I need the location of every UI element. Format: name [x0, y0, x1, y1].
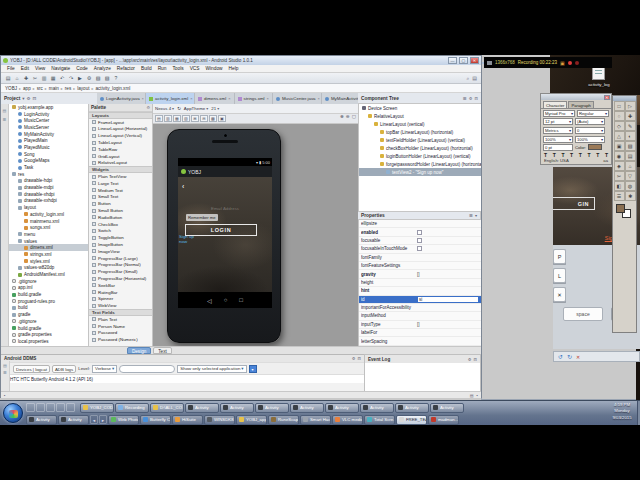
project-tree-item[interactable]: GoogleMaps [9, 158, 88, 165]
tab-character[interactable]: Character [543, 101, 567, 108]
project-stripe-icon[interactable]: ▤ [3, 108, 7, 113]
taskbar-window-button[interactable]: Activity [185, 403, 219, 413]
close-button[interactable]: ✕ [470, 57, 479, 64]
nav-back-icon[interactable]: ◁ [207, 297, 212, 304]
taskbar-window-button[interactable]: Activity [58, 415, 89, 425]
palette-item[interactable]: Small Text [89, 194, 152, 201]
toolbar-icon[interactable]: ✂ [31, 74, 39, 82]
tool-icon[interactable]: ☰ [614, 191, 625, 201]
component-tree-item[interactable]: Device Screen [359, 104, 481, 112]
project-tree-item[interactable]: menu [9, 231, 88, 238]
filter-config-button[interactable]: ▾ [249, 365, 257, 373]
font-style-select[interactable]: Regular▾ [577, 110, 609, 117]
taskbar-window-button[interactable]: FREE_TEAM... [396, 415, 427, 425]
toolbar-icon[interactable]: ⚙ [85, 74, 93, 82]
project-tree-item[interactable]: values [9, 238, 88, 245]
property-row[interactable]: id si si [359, 296, 481, 304]
structure-stripe-icon[interactable]: ☰ [3, 117, 7, 122]
record-icon[interactable] [568, 61, 572, 65]
project-tree-item[interactable]: styles.xml [9, 258, 88, 265]
remember-me-checkbox[interactable]: Remember me [186, 214, 218, 221]
tool-icon[interactable]: ✎ [625, 121, 636, 131]
palette-item[interactable]: Spinner [89, 296, 152, 303]
signup-link-text[interactable]: Sign up now [179, 234, 201, 245]
type-style-button[interactable]: T [570, 152, 573, 158]
breadcrumb-item[interactable]: app▸ [23, 86, 37, 91]
tool-icon[interactable]: ▽ [625, 171, 636, 181]
component-tree-item[interactable]: LinearLayout (vertical) [359, 120, 481, 128]
menu-item[interactable]: Refactor [114, 66, 138, 71]
toolbar-icon[interactable]: ↶ [58, 74, 66, 82]
tool-icon[interactable]: □ [614, 101, 625, 111]
palette-item[interactable]: TableLayout [89, 139, 152, 146]
settings-icon[interactable]: ⚙ [469, 96, 473, 101]
palette-item[interactable]: RelativeLayout [89, 160, 152, 167]
tool-icon[interactable]: ▷ [625, 101, 636, 111]
property-row[interactable]: fontFamily [359, 254, 481, 262]
palette-item[interactable]: RatingBar [89, 289, 152, 296]
palette-item[interactable]: LinearLayout (Vertical) [89, 132, 152, 139]
editor-tab[interactable]: MusicCenter.java× [273, 93, 322, 104]
property-row[interactable]: height [359, 279, 481, 287]
breadcrumb-item[interactable]: res▸ [65, 86, 77, 91]
anti-alias-select[interactable]: aa [603, 158, 608, 163]
sort-icon[interactable]: ☰ [469, 213, 473, 218]
device-select[interactable]: Nexus 4▾ [155, 106, 174, 111]
hide-icon[interactable]: ⊟ [357, 356, 361, 361]
search-icon[interactable]: ⌕ [466, 75, 469, 82]
menu-item[interactable]: Window [203, 66, 226, 71]
menu-item[interactable]: Tools [169, 66, 186, 71]
menu-item[interactable]: Edit [18, 66, 32, 71]
palette-item[interactable]: Widgets [89, 166, 152, 173]
taskbar-window-button[interactable]: Smart Hack... [300, 415, 331, 425]
palette-item[interactable]: FrameLayout [89, 119, 152, 126]
character-field[interactable]: 12 pt▾ [543, 118, 573, 125]
zoom-icon[interactable]: ▢ [352, 114, 356, 119]
toolbar-icon[interactable]: ▤ [4, 74, 12, 82]
color-swatch[interactable] [588, 144, 602, 150]
toolbar-icon[interactable]: ? [112, 74, 120, 82]
project-tree-item[interactable]: drawable-mdpi [9, 184, 88, 191]
palette-item[interactable]: CheckBox [89, 221, 152, 228]
menu-item[interactable]: VCS [187, 66, 203, 71]
property-row[interactable]: importantForAccessibility [359, 304, 481, 312]
taskbar-window-button[interactable]: Activity [395, 403, 429, 413]
language-select[interactable]: English: USA [544, 158, 569, 163]
palette-item[interactable]: Text Fields [89, 309, 152, 316]
start-button[interactable] [3, 403, 23, 423]
character-field[interactable]: 0▾ [575, 127, 605, 134]
project-tree-item[interactable]: app.iml [9, 285, 88, 292]
property-row[interactable]: enabled [359, 228, 481, 236]
taskbar-window-button[interactable]: Activity [255, 403, 289, 413]
palette-item[interactable]: WebView [89, 302, 152, 309]
checkbox[interactable] [417, 246, 422, 251]
settings-icon[interactable]: ⚙ [146, 105, 150, 110]
back-icon[interactable]: ‹ [182, 183, 184, 190]
project-tree-item[interactable]: drawable-xhdpi [9, 191, 88, 198]
close-tab-icon[interactable]: × [228, 96, 230, 101]
collapse-icon[interactable]: ⊟ [33, 96, 37, 101]
settings-icon[interactable]: ⚙ [468, 357, 472, 362]
tool-icon[interactable]: ▤ [625, 151, 636, 161]
palette-item[interactable]: Person Name [89, 323, 152, 330]
property-row[interactable]: fontFeatureSettings [359, 262, 481, 270]
tool-icon[interactable]: ◍ [625, 181, 636, 191]
component-tree-item[interactable]: textFieldHolder (LinearLayout) (vertical… [359, 136, 481, 144]
project-panel-header[interactable]: Project ▾ ⚙ ⊟ [1, 93, 97, 104]
project-tree-item[interactable]: Task [9, 164, 88, 171]
project-tree-item[interactable]: LoginActivity [9, 111, 88, 118]
menu-item[interactable]: Run [155, 66, 170, 71]
zoom-icon[interactable]: ⊕ [340, 114, 344, 119]
tool-icon[interactable]: ▣ [614, 141, 625, 151]
tool-icon[interactable]: △ [614, 131, 625, 141]
taskbar-window-button[interactable]: Web Photo... [108, 415, 139, 425]
character-field[interactable]: 100%▾ [543, 136, 573, 143]
menu-item[interactable]: Analyze [91, 66, 114, 71]
component-tree-item[interactable]: topBar (LinearLayout) (horizontal) [359, 128, 481, 136]
hide-icon[interactable]: ⊟ [473, 357, 477, 362]
logcat-filter-select[interactable]: Show only selected application▾ [177, 365, 246, 373]
close-tab-icon[interactable]: × [267, 96, 269, 101]
project-tree-item[interactable]: mainmenu.xml [9, 218, 88, 225]
taskbar-window-button[interactable]: Butterfly C... [140, 415, 171, 425]
quick-launch-icon[interactable] [46, 403, 55, 412]
